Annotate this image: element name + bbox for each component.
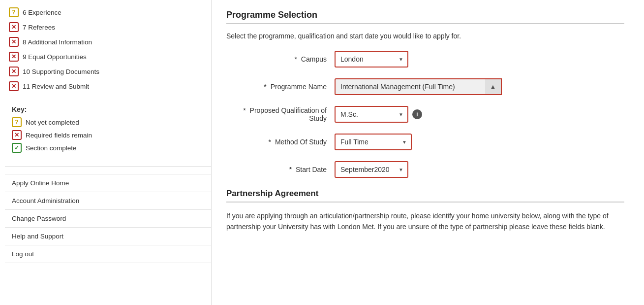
sidebar-links: Apply Online HomeAccount AdministrationC… (5, 174, 211, 263)
main-content: Programme Selection Select the programme… (212, 0, 644, 305)
sidebar-nav-label: 7 Referees (23, 24, 55, 31)
start-date-row: * Start Date September2020 January2021 S… (226, 161, 624, 178)
key-item-question: ?Not yet completed (12, 117, 207, 127)
programme-name-wrapper: ▲ (335, 78, 502, 95)
x-red-key-icon: ✕ (12, 130, 22, 140)
partnership-title: Partnership Agreement (226, 189, 624, 199)
campus-row: * Campus London Manchester Online (226, 51, 624, 68)
programme-selection-divider (226, 23, 624, 24)
programme-selection-title: Programme Selection (226, 10, 624, 20)
check-green-key-icon: ✓ (12, 143, 22, 153)
key-item-x-red: ✕Required fields remain (12, 130, 207, 140)
sidebar-nav-label: 9 Equal Opportunities (23, 53, 87, 61)
sidebar-nav-label: 10 Supporting Documents (23, 68, 99, 75)
sidebar-nav: ?6 Experience✕7 Referees✕8 Additional In… (5, 5, 211, 94)
partnership-section: Partnership Agreement If you are applyin… (226, 189, 624, 233)
campus-label: * Campus (226, 55, 335, 63)
sidebar-nav-item-10[interactable]: ✕10 Supporting Documents (5, 64, 211, 79)
method-of-study-select-wrapper[interactable]: Full Time Part Time Distance Learning (335, 134, 412, 150)
method-of-study-select[interactable]: Full Time Part Time Distance Learning (335, 134, 412, 150)
x-red-icon: ✕ (9, 81, 19, 91)
method-required-star: * (269, 138, 271, 146)
programme-name-label: * Programme Name (226, 83, 335, 91)
start-date-select[interactable]: September2020 January2021 September2021 (335, 161, 408, 178)
start-date-label: * Start Date (226, 166, 335, 173)
question-icon: ? (9, 7, 19, 17)
sidebar-nav-label: 8 Additional Information (23, 38, 92, 46)
qualification-select[interactable]: M.Sc. MBA Ph.D. BA (335, 106, 408, 123)
programme-name-input[interactable] (335, 78, 502, 95)
sidebar-nav-item-9[interactable]: ✕9 Equal Opportunities (5, 49, 211, 64)
partnership-description: If you are applying through an articulat… (226, 210, 624, 233)
x-red-icon: ✕ (9, 67, 19, 76)
sidebar-divider (5, 167, 211, 167)
programme-required-star: * (264, 83, 266, 91)
key-label: Section complete (26, 144, 77, 152)
sidebar-link-help-and-support[interactable]: Help and Support (5, 227, 211, 245)
method-of-study-row: * Method Of Study Full Time Part Time Di… (226, 134, 624, 150)
qualification-required-star: * (243, 106, 245, 114)
start-date-required-star: * (289, 166, 292, 173)
qualification-select-wrapper[interactable]: M.Sc. MBA Ph.D. BA (335, 106, 408, 123)
sidebar-link-account-administration[interactable]: Account Administration (5, 192, 211, 209)
partnership-divider (226, 202, 624, 203)
x-red-icon: ✕ (9, 22, 19, 32)
start-date-select-wrapper[interactable]: September2020 January2021 September2021 (335, 161, 408, 178)
sidebar-link-log-out[interactable]: Log out (5, 245, 211, 263)
sidebar-nav-label: 6 Experience (23, 9, 61, 16)
sidebar-nav-item-11[interactable]: ✕11 Review and Submit (5, 79, 211, 94)
sidebar-link-apply-online-home[interactable]: Apply Online Home (5, 174, 211, 192)
key-title: Key: (12, 105, 207, 113)
key-section: Key: ?Not yet completed✕Required fields … (5, 102, 211, 160)
key-label: Required fields remain (26, 132, 92, 139)
campus-required-star: * (295, 55, 297, 63)
qualification-label: * Proposed Qualification of Study (226, 106, 335, 122)
sidebar: ?6 Experience✕7 Referees✕8 Additional In… (0, 0, 212, 305)
x-red-icon: ✕ (9, 37, 19, 47)
programme-selection-description: Select the programme, qualification and … (226, 32, 624, 40)
sidebar-nav-item-7[interactable]: ✕7 Referees (5, 20, 211, 34)
method-of-study-label: * Method Of Study (226, 138, 335, 146)
x-red-icon: ✕ (9, 52, 19, 62)
programme-selection-section: Programme Selection Select the programme… (226, 10, 624, 178)
sidebar-nav-item-6[interactable]: ?6 Experience (5, 5, 211, 20)
key-label: Not yet completed (26, 119, 79, 126)
programme-name-scroll-btn[interactable]: ▲ (485, 78, 502, 95)
sidebar-nav-item-8[interactable]: ✕8 Additional Information (5, 34, 211, 49)
campus-select[interactable]: London Manchester Online (335, 51, 408, 68)
key-item-check-green: ✓Section complete (12, 143, 207, 153)
campus-select-wrapper[interactable]: London Manchester Online (335, 51, 408, 68)
sidebar-link-change-password[interactable]: Change Password (5, 209, 211, 227)
qualification-info-icon[interactable]: i (412, 109, 422, 119)
sidebar-nav-label: 11 Review and Submit (23, 83, 89, 90)
programme-name-row: * Programme Name ▲ (226, 78, 624, 95)
qualification-row: * Proposed Qualification of Study M.Sc. … (226, 106, 624, 123)
question-key-icon: ? (12, 117, 22, 127)
key-items: ?Not yet completed✕Required fields remai… (12, 117, 207, 153)
